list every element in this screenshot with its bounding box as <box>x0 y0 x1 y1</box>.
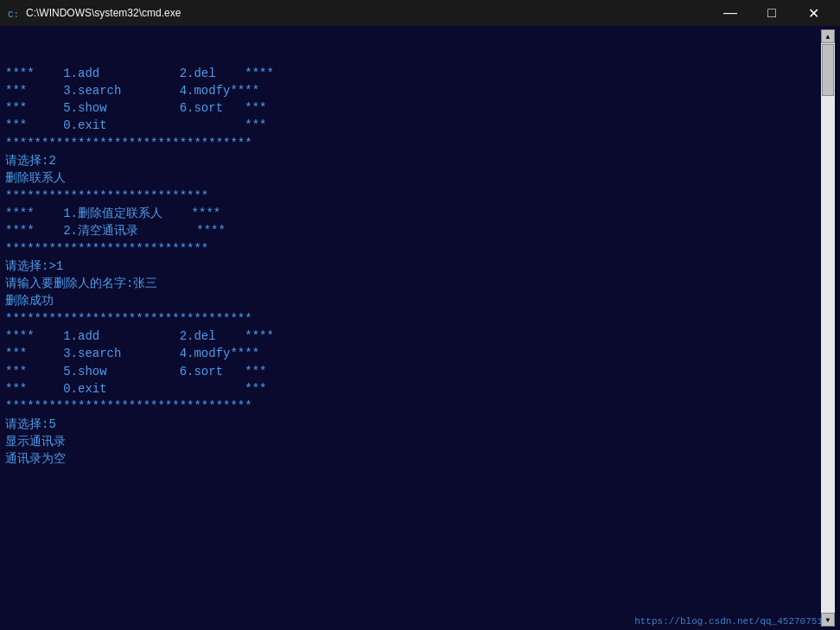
close-button[interactable]: ✕ <box>793 0 833 26</box>
terminal-line: **** 1.add 2.del **** <box>5 65 821 82</box>
terminal-line: 请输入要删除人的名字:张三 <box>5 275 821 292</box>
scrollbar-track[interactable] <box>821 43 835 613</box>
maximize-button[interactable]: □ <box>752 0 792 26</box>
terminal-line: *** 0.exit *** <box>5 380 821 398</box>
scroll-up-arrow[interactable]: ▲ <box>821 29 835 43</box>
title-bar-left: C: C:\WINDOWS\system32\cmd.exe <box>7 6 181 20</box>
terminal-line: *** 3.search 4.modfy**** <box>5 82 821 99</box>
terminal-line: 请选择:>1 <box>5 258 821 275</box>
terminal-line: **************************** <box>5 240 821 258</box>
terminal-line: 请选择:2 <box>5 152 821 169</box>
terminal-line: 显示通讯录 <box>5 433 821 450</box>
terminal-line: *** 5.show 6.sort *** <box>5 99 821 117</box>
terminal-line: ********************************** <box>5 398 821 415</box>
title-bar: C: C:\WINDOWS\system32\cmd.exe — □ ✕ <box>0 0 840 26</box>
terminal-line: ********************************** <box>5 135 821 152</box>
scrollbar-thumb[interactable] <box>822 44 834 96</box>
terminal-line: **************************** <box>5 188 821 205</box>
terminal-line: 删除联系人 <box>5 169 821 187</box>
terminal-line: *** 3.search 4.modfy**** <box>5 345 821 362</box>
terminal-line: **** 1.删除值定联系人 **** <box>5 205 821 222</box>
svg-text:C:: C: <box>8 10 19 20</box>
cmd-window: C: C:\WINDOWS\system32\cmd.exe — □ ✕ ***… <box>0 0 840 630</box>
cmd-icon: C: <box>7 6 21 20</box>
terminal-line: *** 5.show 6.sort *** <box>5 363 821 380</box>
terminal-content[interactable]: **** 1.add 2.del ******* 3.search 4.modf… <box>5 29 821 627</box>
title-bar-controls: — □ ✕ <box>710 0 833 26</box>
watermark: https://blog.csdn.net/qq_45270751 <box>634 616 823 627</box>
window-title: C:\WINDOWS\system32\cmd.exe <box>26 7 181 19</box>
terminal-body: **** 1.add 2.del ******* 3.search 4.modf… <box>0 26 840 630</box>
terminal-line: **** 2.清空通讯录 **** <box>5 222 821 239</box>
terminal-line: **** 1.add 2.del **** <box>5 328 821 345</box>
terminal-line: ********************************** <box>5 310 821 328</box>
scroll-down-arrow[interactable]: ▼ <box>821 613 835 627</box>
terminal-line: 删除成功 <box>5 292 821 309</box>
terminal-line: 通讯录为空 <box>5 450 821 468</box>
terminal-line: 请选择:5 <box>5 416 821 433</box>
scrollbar[interactable]: ▲ ▼ <box>821 29 835 627</box>
terminal-line: *** 0.exit *** <box>5 117 821 134</box>
minimize-button[interactable]: — <box>710 0 750 26</box>
